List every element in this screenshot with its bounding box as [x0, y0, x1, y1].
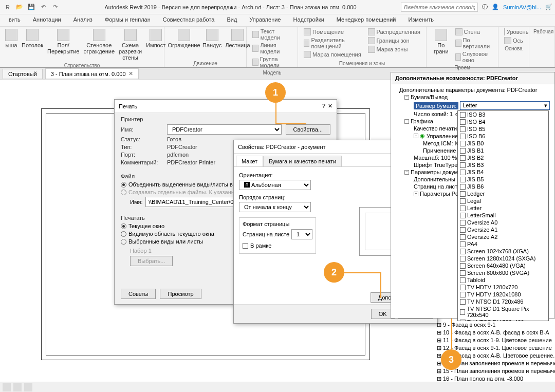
size-option[interactable]: Tabloid — [458, 276, 548, 284]
size-option[interactable]: JIS B6 — [458, 183, 548, 190]
open-icon[interactable]: 📂 — [14, 2, 25, 12]
btn-railing[interactable]: Ограждение — [169, 28, 199, 49]
size-option[interactable]: TV NTSC D1 Square Pix 720x540 — [458, 305, 548, 319]
tree-paper[interactable]: −Бумага/Вывод — [393, 94, 552, 101]
help-icon[interactable]: ? — [322, 103, 325, 109]
btn-level[interactable]: Уровень — [503, 28, 525, 36]
save-icon[interactable]: 💾 — [26, 2, 36, 12]
tree-root[interactable]: Дополнительные параметры документа: PDFC… — [393, 86, 552, 94]
size-option[interactable]: Legal — [458, 197, 548, 204]
btn-area[interactable]: Распределенная — [366, 28, 422, 36]
search-input[interactable] — [401, 3, 478, 12]
btn-curtain[interactable]: Стеновое ограждение — [82, 28, 116, 55]
browser-item[interactable]: ⊞9 - Фасад в осях 9-1 — [437, 321, 555, 329]
frame-checkbox[interactable] — [243, 243, 248, 249]
btn-roof[interactable]: ыша — [4, 28, 18, 49]
size-option[interactable]: Screen 1280x1024 (SXGA) — [458, 255, 548, 262]
size-option[interactable]: Oversize A2 — [458, 233, 548, 240]
radio-selected[interactable]: Выбранные виды или листы — [121, 238, 221, 245]
size-option[interactable]: Ledger — [458, 190, 548, 197]
size-option[interactable]: Letter — [458, 204, 548, 212]
size-option[interactable]: JIS B3 — [458, 161, 548, 169]
btn-axis[interactable]: Ось — [503, 36, 525, 45]
tab-layout[interactable]: Макет — [236, 156, 263, 166]
size-option[interactable]: Oversize A1 — [458, 226, 548, 233]
btn-byface[interactable]: По грани — [431, 28, 452, 55]
size-option[interactable]: ISO B6 — [458, 133, 548, 140]
status-icon[interactable] — [24, 383, 32, 391]
view-tab-plan[interactable]: 3 - План этажа на отм. 0.000✕ — [45, 68, 139, 79]
radio-current[interactable]: Текущее окно — [121, 223, 221, 229]
btn-modelline[interactable]: Линия модели — [251, 42, 293, 55]
revit-icon[interactable]: R — [3, 2, 13, 12]
cart-icon[interactable]: 🛒 — [545, 4, 552, 10]
size-option[interactable]: JIS B0 — [458, 140, 548, 147]
browser-item[interactable]: ⊞10 - Фасад в осях А-В. фасад в осях В-А — [437, 329, 555, 337]
user-label[interactable]: SuminAV@bi... — [503, 4, 541, 10]
tab-analyze[interactable]: Анализ — [67, 14, 99, 26]
size-option[interactable]: TV NTSC DV 720x480 — [458, 319, 548, 321]
size-option[interactable]: Screen 640x480 (VGA) — [458, 262, 548, 269]
btn-modelgroup[interactable]: Группа модели — [251, 55, 293, 69]
status-icon[interactable] — [3, 383, 11, 391]
btn-vertical[interactable]: По вертикали — [454, 36, 494, 50]
btn-dormer[interactable]: Слуховое окно — [454, 50, 494, 64]
size-option[interactable]: TV NTSC D1 720x486 — [458, 298, 548, 305]
tab-paper[interactable]: Бумага и качество печати — [263, 156, 342, 166]
size-dropdown-list[interactable]: ISO B3ISO B4ISO B5ISO B6JIS B0JIS B1JIS … — [457, 110, 549, 321]
size-option[interactable]: Screen 1024x768 (XGA) — [458, 248, 548, 255]
size-option[interactable]: Screen 800x600 (SVGA) — [458, 269, 548, 276]
browser-item[interactable]: ⊞11 - Фасад в осях 1-9. Цветовое решение — [437, 337, 555, 344]
tree-size[interactable]: Размер бумаги: Letter▾ — [393, 101, 552, 110]
properties-button[interactable]: Свойства... — [286, 124, 330, 135]
size-dropdown-field[interactable]: Letter▾ — [460, 101, 550, 110]
size-option[interactable]: ISO B3 — [458, 111, 548, 118]
view-tab-start[interactable]: Стартовый — [3, 69, 43, 79]
size-option[interactable]: ISO B4 — [458, 118, 548, 125]
tab-collaborate[interactable]: Совместная работа — [157, 14, 221, 26]
preview-button[interactable]: Просмотр — [160, 289, 201, 299]
btn-mullion[interactable]: Импост — [145, 28, 166, 49]
btn-roomsep[interactable]: Разделитель помещений — [302, 36, 364, 50]
btn-roomtag[interactable]: Марка помещения — [302, 50, 364, 59]
size-option[interactable]: JIS B4 — [458, 169, 548, 176]
size-option[interactable]: PA4 — [458, 240, 548, 248]
size-option[interactable]: JIS B1 — [458, 147, 548, 154]
btn-room[interactable]: Помещение — [302, 28, 364, 36]
btn-areatag[interactable]: Марка зоны — [366, 45, 422, 53]
orientation-select[interactable]: 🅰 Альбомная — [239, 180, 311, 190]
btn-areabound[interactable]: Границы зон — [366, 36, 422, 45]
order-select[interactable]: От начала к концу — [239, 202, 311, 212]
close-icon[interactable]: ✕ — [328, 103, 332, 109]
sign-icon[interactable]: 👤 — [492, 4, 499, 10]
select-button[interactable]: Выбрать... — [130, 256, 173, 266]
redo-icon[interactable]: ↷ — [50, 2, 60, 12]
tab-modify[interactable]: Изменить — [402, 14, 440, 26]
size-option[interactable]: LetterSmall — [458, 212, 548, 219]
size-option[interactable]: JIS B2 — [458, 154, 548, 161]
size-option[interactable]: ISO B5 — [458, 125, 548, 133]
help-icon[interactable]: ⓘ — [482, 3, 488, 11]
tab-annotate[interactable]: Аннотации — [27, 14, 67, 26]
btn-wall[interactable]: Стена — [454, 28, 494, 36]
btn-floor[interactable]: Пол/Перекрытие — [46, 28, 80, 55]
btn-ramp[interactable]: Пандус — [201, 28, 223, 49]
tab-edit[interactable]: вить — [3, 14, 27, 26]
btn-ceiling[interactable]: Потолок — [21, 28, 44, 49]
size-option[interactable]: TV HDTV 1280x720 — [458, 284, 548, 291]
tab-addins[interactable]: Надстройки — [287, 14, 330, 26]
tab-massing[interactable]: Формы и генплан — [99, 14, 157, 26]
printer-select[interactable]: PDFCreator — [167, 124, 282, 135]
size-option[interactable]: JIS B5 — [458, 176, 548, 183]
undo-icon[interactable]: ↶ — [38, 2, 48, 12]
close-icon[interactable]: ✕ — [128, 70, 133, 77]
btn-modeltext[interactable]: Текст модели — [251, 28, 293, 41]
pages-select[interactable]: 1 — [291, 229, 312, 239]
tab-roommgr[interactable]: Менеджер помещений — [330, 14, 402, 26]
tab-manage[interactable]: Управление — [243, 14, 287, 26]
radio-visible[interactable]: Видимую область текущего окна — [121, 231, 221, 237]
size-option[interactable]: Oversize A0 — [458, 219, 548, 226]
tab-view[interactable]: Вид — [220, 14, 243, 26]
btn-grid[interactable]: Схема разрезки стены — [118, 28, 143, 62]
size-option[interactable]: TV HDTV 1920x1080 — [458, 291, 548, 298]
